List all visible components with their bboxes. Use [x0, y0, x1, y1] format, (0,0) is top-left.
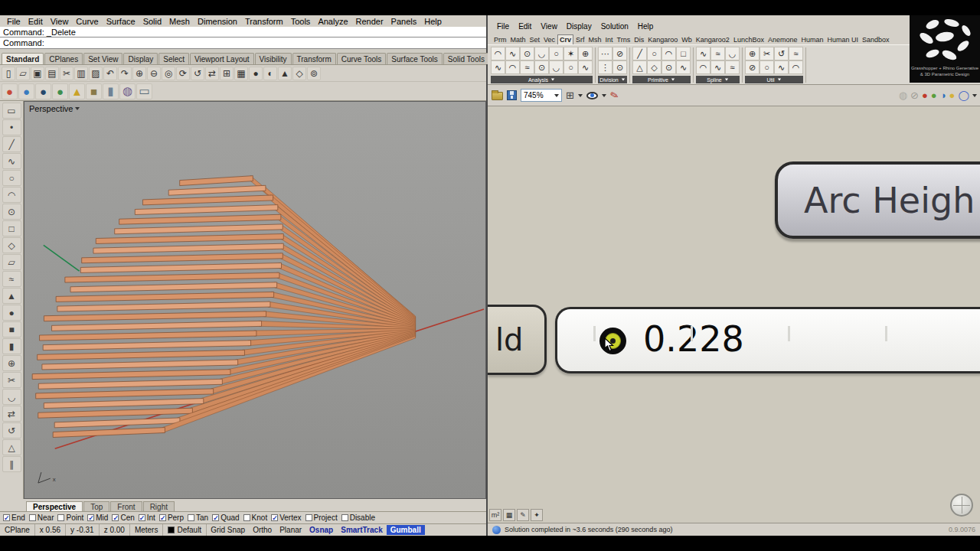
- osnap-tan[interactable]: Tan: [188, 514, 208, 522]
- gh-tab-int[interactable]: Int: [604, 35, 615, 44]
- threshold-slider-label[interactable]: ld: [488, 305, 547, 375]
- menu-curve[interactable]: Curve: [72, 17, 102, 26]
- osnap-end[interactable]: ✓End: [3, 514, 25, 522]
- osnap-point[interactable]: Point: [57, 514, 83, 522]
- copy-icon[interactable]: ▥: [74, 67, 88, 80]
- shaded-view-icon[interactable]: ◐: [263, 67, 277, 80]
- checkbox-tan[interactable]: [188, 514, 194, 521]
- sphere-icon[interactable]: ●: [2, 305, 21, 321]
- layer-indicator[interactable]: Default: [163, 524, 207, 536]
- menu-edit[interactable]: Edit: [24, 17, 47, 26]
- component-icon[interactable]: ∿: [774, 60, 789, 74]
- checkbox-point[interactable]: [57, 514, 64, 521]
- checkbox-quad[interactable]: ✓: [212, 514, 219, 521]
- group-label-spline[interactable]: Spline: [696, 76, 740, 83]
- command-input[interactable]: Command:: [0, 37, 486, 49]
- menu-analyze[interactable]: Analyze: [314, 17, 351, 26]
- gh-tab-human[interactable]: Human: [799, 35, 825, 44]
- component-icon[interactable]: △: [632, 60, 647, 74]
- paint-tool-icon[interactable]: ✎: [609, 89, 619, 102]
- preview-red-icon[interactable]: ●: [922, 90, 928, 100]
- component-icon[interactable]: ◡: [549, 60, 564, 74]
- component-icon[interactable]: ≈: [710, 47, 725, 60]
- checkbox-disable[interactable]: [341, 514, 348, 521]
- checkbox-mid[interactable]: ✓: [87, 514, 94, 521]
- component-icon[interactable]: ∿: [676, 60, 691, 74]
- plane-icon[interactable]: ▭: [136, 83, 152, 99]
- viewport-tab-front[interactable]: Front: [110, 501, 142, 511]
- grid-icon[interactable]: ⊞: [220, 67, 234, 80]
- menu-render[interactable]: Render: [352, 17, 387, 26]
- component-icon[interactable]: ↺: [774, 47, 789, 60]
- component-icon[interactable]: ⊘: [745, 60, 760, 74]
- group-label-analysis[interactable]: Analysis: [491, 76, 593, 83]
- gh-tab-sandbox[interactable]: Sandbox: [861, 35, 891, 44]
- menu-tools[interactable]: Tools: [287, 17, 315, 26]
- pan-icon[interactable]: ⇄: [205, 67, 219, 80]
- canvas-compass-widget[interactable]: [950, 494, 973, 517]
- menu-panels[interactable]: Panels: [387, 17, 421, 26]
- gh-tab-anemone[interactable]: Anemone: [766, 35, 799, 44]
- rotate-icon[interactable]: ↺: [2, 422, 21, 439]
- gh-menu-file[interactable]: File: [492, 22, 514, 31]
- toolbar-tab-solid-tools[interactable]: Solid Tools: [443, 53, 489, 64]
- viewport-menu-caret-icon[interactable]: [75, 107, 80, 110]
- gh-tab-msh[interactable]: Msh: [587, 35, 603, 44]
- menu-view[interactable]: View: [47, 17, 73, 26]
- units-label[interactable]: Meters: [130, 524, 164, 536]
- toolbar-tab-set-view[interactable]: Set View: [83, 53, 122, 64]
- green-sphere-icon[interactable]: ●: [52, 83, 68, 99]
- gh-tab-human-ui[interactable]: Human UI: [825, 35, 860, 44]
- status-toggle-gumball[interactable]: Gumball: [387, 525, 425, 535]
- toolbar-tab-transform[interactable]: Transform: [292, 53, 336, 64]
- component-icon[interactable]: ✂: [760, 47, 774, 60]
- osnap-int[interactable]: ✓Int: [139, 514, 155, 522]
- toolbar-tab-curve-tools[interactable]: Curve Tools: [337, 53, 387, 64]
- zoom-in-icon[interactable]: ⊕: [132, 67, 146, 80]
- cylinder-icon[interactable]: ▮: [103, 83, 119, 99]
- menu-solid[interactable]: Solid: [139, 17, 165, 26]
- toolbar-tab-select[interactable]: Select: [158, 53, 189, 64]
- preview-wireframe-icon[interactable]: ◑: [940, 90, 946, 100]
- component-icon[interactable]: ○: [549, 47, 564, 60]
- 3d-model-canvas[interactable]: x: [24, 102, 485, 498]
- group-label-primitive[interactable]: Primitive: [632, 76, 691, 83]
- component-icon[interactable]: ◠: [505, 60, 520, 74]
- blue-sphere-icon[interactable]: ●: [18, 83, 34, 99]
- component-icon[interactable]: ◠: [662, 47, 676, 60]
- component-icon[interactable]: ⊕: [745, 47, 760, 60]
- osnap-project[interactable]: Project: [305, 514, 338, 522]
- component-icon[interactable]: ∿: [696, 47, 710, 60]
- menu-mesh[interactable]: Mesh: [165, 17, 194, 26]
- render-icon[interactable]: ●: [249, 67, 263, 80]
- navy-sphere-icon[interactable]: ●: [35, 83, 51, 99]
- gh-tab-prm[interactable]: Prm: [492, 35, 508, 44]
- component-icon[interactable]: ○: [647, 47, 662, 60]
- checkbox-knot[interactable]: [243, 514, 250, 521]
- save-icon[interactable]: ▣: [31, 67, 44, 80]
- osnap-perp[interactable]: ✓Perp: [159, 514, 184, 522]
- number-slider[interactable]: 0.228: [555, 307, 980, 373]
- gold-cone-icon[interactable]: ▲: [69, 83, 85, 99]
- open-file-icon[interactable]: ▱: [16, 67, 30, 80]
- component-icon[interactable]: ⋮: [598, 60, 612, 74]
- component-icon[interactable]: ◠: [491, 47, 505, 60]
- gh-tab-kangaroo[interactable]: Kangaroo: [646, 35, 679, 44]
- checkbox-project[interactable]: [305, 514, 312, 521]
- component-icon[interactable]: ⊕: [578, 47, 593, 60]
- menu-help[interactable]: Help: [420, 17, 446, 26]
- gh-tab-dis[interactable]: Dis: [632, 35, 645, 44]
- paste-icon[interactable]: ▨: [89, 67, 103, 80]
- component-icon[interactable]: ⊙: [534, 60, 549, 74]
- component-icon[interactable]: ╱: [632, 47, 647, 60]
- preview-off-icon[interactable]: ⊘: [910, 90, 919, 100]
- osnap-disable[interactable]: Disable: [341, 514, 375, 522]
- checkbox-perp[interactable]: ✓: [159, 514, 166, 521]
- component-icon[interactable]: ◇: [647, 60, 662, 74]
- wireframe-icon[interactable]: ▲: [278, 67, 292, 80]
- arc-height-slider-label[interactable]: Arc Heigh: [775, 161, 980, 239]
- menu-surface[interactable]: Surface: [103, 17, 139, 26]
- gh-tab-crv[interactable]: Crv: [557, 34, 573, 44]
- gh-tab-kangaroo2[interactable]: Kangaroo2: [694, 35, 731, 44]
- gh-menu-edit[interactable]: Edit: [514, 22, 536, 31]
